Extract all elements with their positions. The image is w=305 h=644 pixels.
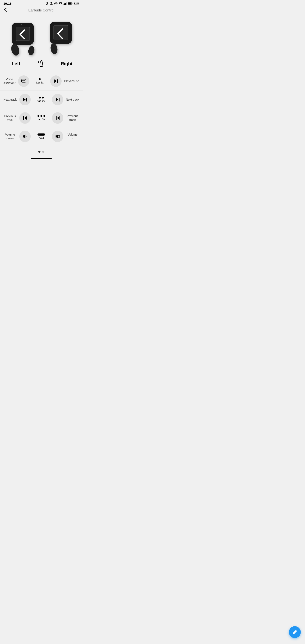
page-dot-1 xyxy=(38,150,40,153)
left-earbud xyxy=(6,18,39,56)
nav-home-indicator xyxy=(31,158,52,159)
earbuds-image xyxy=(0,14,82,57)
right-action-hold: Volume up xyxy=(66,132,79,140)
left-skip-prev-icon-btn[interactable] xyxy=(19,112,31,124)
tap3x-center: tap 3x xyxy=(33,115,50,121)
dot xyxy=(39,78,41,80)
tap3x-dots xyxy=(38,115,45,117)
left-tap1x: VoiceAssistant xyxy=(4,76,32,87)
battery-percent: 82% xyxy=(74,2,79,5)
svg-marker-27 xyxy=(23,98,26,102)
controls-header: Left Right xyxy=(0,59,82,72)
tap2x-dots xyxy=(39,96,44,98)
svg-rect-6 xyxy=(64,4,65,5)
left-action-tap3x: Previous track xyxy=(4,114,17,122)
svg-rect-8 xyxy=(66,2,66,5)
right-skip-next-icon-btn[interactable] xyxy=(52,94,63,105)
right-column-label: Right xyxy=(50,61,79,66)
voice-assistant-icon-btn[interactable] xyxy=(18,76,30,87)
notifications-off-icon xyxy=(50,2,53,5)
svg-rect-26 xyxy=(57,80,58,83)
status-icons: 82% xyxy=(46,2,79,5)
svg-rect-28 xyxy=(26,98,27,102)
right-action-tap3x: Previous track xyxy=(66,114,79,122)
page-title: Earbuds Control xyxy=(28,8,54,12)
earbuds-wrapper xyxy=(2,18,80,56)
hold-label: hold xyxy=(39,136,44,140)
svg-rect-30 xyxy=(59,98,60,102)
dot xyxy=(42,96,44,98)
bottom-nav-bar xyxy=(0,156,82,160)
left-tap2x: Next track xyxy=(4,94,33,105)
tap3x-label: tap 3x xyxy=(38,118,45,121)
wifi-icon xyxy=(59,2,62,5)
svg-point-13 xyxy=(10,43,20,56)
tap1x-center: tap 1x xyxy=(32,78,48,84)
right-skip-prev-icon-btn[interactable] xyxy=(52,112,63,124)
hold-center: hold xyxy=(33,134,50,140)
right-tap2x: Next track xyxy=(50,94,79,105)
control-row-tap2x: Next track tap 2x Next track xyxy=(0,90,82,109)
svg-rect-7 xyxy=(65,3,66,5)
svg-rect-12 xyxy=(16,27,30,41)
control-row-hold: Volume down hold Volume up xyxy=(0,127,82,146)
svg-point-22 xyxy=(22,80,23,81)
svg-point-24 xyxy=(24,80,25,81)
volume-down-icon-btn[interactable] xyxy=(19,131,31,142)
svg-point-15 xyxy=(21,24,22,25)
svg-rect-10 xyxy=(68,2,72,4)
tap1x-dots xyxy=(39,78,41,80)
left-tap3x: Previous track xyxy=(4,112,33,124)
svg-rect-34 xyxy=(56,116,56,120)
left-hold: Volume down xyxy=(4,131,33,142)
control-row-tap1x: VoiceAssistant tap 1x xyxy=(0,72,82,90)
dot xyxy=(40,115,42,117)
svg-marker-31 xyxy=(24,116,27,120)
back-button[interactable] xyxy=(4,8,8,13)
bluetooth-icon xyxy=(46,2,49,5)
touch-gesture-icon xyxy=(33,59,50,68)
hold-bar xyxy=(38,134,45,136)
svg-point-4 xyxy=(60,4,61,5)
volume-up-icon-btn[interactable] xyxy=(52,131,63,142)
signal-icon xyxy=(64,2,67,5)
right-tap1x: Play/Pause xyxy=(48,76,79,87)
left-action-hold: Volume down xyxy=(4,132,17,140)
svg-rect-5 xyxy=(64,4,64,5)
tap2x-center: tap 2x xyxy=(33,96,50,102)
controls-section: Left Right VoiceAssistant xyxy=(0,57,82,146)
tap2x-label: tap 2x xyxy=(38,99,45,102)
dot xyxy=(38,115,40,117)
right-earbud xyxy=(46,20,76,54)
left-action-tap2x: Next track xyxy=(4,98,17,102)
svg-point-18 xyxy=(50,42,58,54)
page-header: Earbuds Control xyxy=(0,6,82,14)
left-column-label: Left xyxy=(4,61,33,66)
control-row-tap3x: Previous track tap 3x xyxy=(0,109,82,127)
svg-point-14 xyxy=(28,45,35,55)
left-skip-next-icon-btn[interactable] xyxy=(19,94,31,105)
dot xyxy=(44,115,45,117)
svg-marker-25 xyxy=(54,80,57,83)
dnd-icon xyxy=(54,2,58,5)
status-bar: 10:16 xyxy=(0,0,82,6)
right-tap3x: Previous track xyxy=(50,112,79,124)
battery-icon xyxy=(68,2,73,5)
svg-marker-36 xyxy=(56,134,58,138)
dot xyxy=(39,96,41,98)
svg-marker-29 xyxy=(56,98,58,102)
left-action-tap1x: VoiceAssistant xyxy=(4,77,16,85)
page-indicators xyxy=(0,146,82,156)
right-action-tap1x: Play/Pause xyxy=(64,79,79,83)
play-pause-icon-btn[interactable] xyxy=(50,76,62,87)
svg-marker-33 xyxy=(57,116,60,120)
page-dot-2 xyxy=(42,150,44,153)
svg-point-20 xyxy=(41,60,42,62)
svg-marker-35 xyxy=(23,134,26,138)
svg-point-23 xyxy=(23,80,24,81)
tap1x-label: tap 1x xyxy=(36,81,44,84)
status-time: 10:16 xyxy=(4,2,12,5)
right-hold: Volume up xyxy=(50,131,79,142)
right-action-tap2x: Next track xyxy=(66,98,79,102)
svg-rect-32 xyxy=(23,116,24,120)
